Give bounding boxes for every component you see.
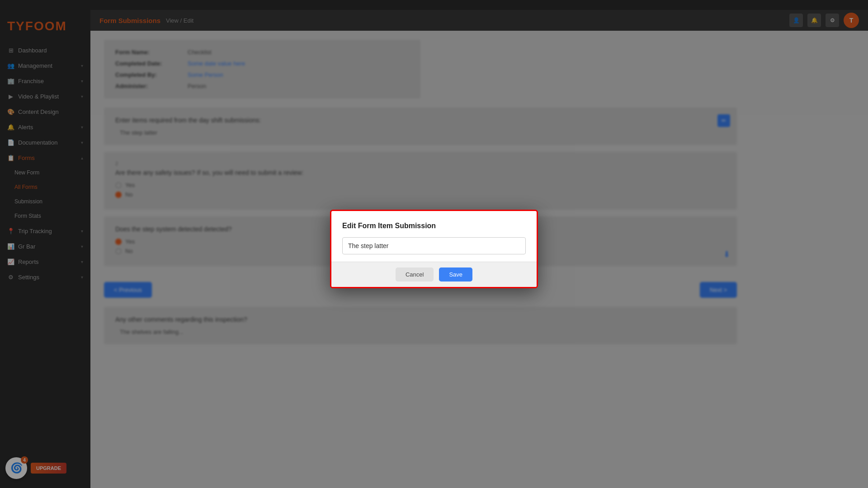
modal-text-input[interactable] <box>342 237 526 254</box>
edit-modal: Edit Form Item Submission Cancel Save <box>330 210 538 288</box>
modal-title: Edit Form Item Submission <box>342 222 526 230</box>
top-bar <box>0 0 868 10</box>
modal-body: Edit Form Item Submission <box>331 211 537 262</box>
save-button[interactable]: Save <box>439 267 472 282</box>
modal-overlay: Edit Form Item Submission Cancel Save <box>0 10 868 488</box>
modal-footer: Cancel Save <box>331 262 537 287</box>
cancel-button[interactable]: Cancel <box>396 267 434 282</box>
